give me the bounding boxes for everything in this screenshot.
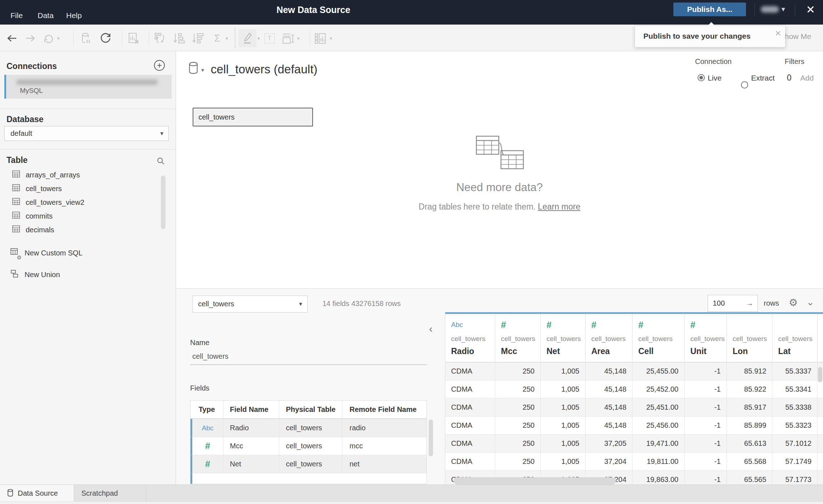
refresh-icon[interactable] xyxy=(99,32,112,45)
grid-row-2[interactable]: CDMA2501,00545,14825,452.00-185.92255.33… xyxy=(445,380,823,399)
menu-file[interactable]: File xyxy=(10,11,23,20)
add-connection-button[interactable]: + xyxy=(154,60,165,71)
grid-cell-area: 45,148 xyxy=(586,380,633,398)
clear-sheet-icon[interactable] xyxy=(127,32,140,45)
grid-header-field-name: Cell xyxy=(638,346,653,356)
sidebar-table-item-decimals[interactable]: decimals xyxy=(0,223,159,237)
preview-table-select[interactable]: cell_towers ▾ xyxy=(193,296,308,313)
grid-cell-net: 1,005 xyxy=(541,399,586,416)
preview-settings-gear-icon[interactable]: ⚙ xyxy=(789,297,798,309)
fields-table-row-Mcc[interactable]: #Mcccell_towersmcc xyxy=(190,437,426,455)
grid-cell-lat: 57.1012 xyxy=(772,435,818,452)
datasource-caret-icon[interactable]: ▾ xyxy=(201,67,204,73)
collapse-preview-chevron-icon[interactable]: ⌄ xyxy=(806,297,814,308)
apply-rows-arrow-icon[interactable]: → xyxy=(746,299,753,307)
datasource-db-icon[interactable] xyxy=(188,62,198,76)
grid-cell-net: 1,005 xyxy=(541,453,586,470)
fields-col-type: Type xyxy=(190,401,223,419)
fit-caret-icon[interactable]: ▾ xyxy=(297,35,300,41)
sidebar-table-item-arrays_of_arrays[interactable]: arrays_of_arrays xyxy=(0,168,159,182)
tab-scratchpad[interactable]: Scratchpad xyxy=(74,485,146,502)
publish-as-button[interactable]: Publish As... xyxy=(673,3,746,16)
relate-tables-illustration-icon xyxy=(475,135,526,171)
grid-vertical-scrollbar[interactable] xyxy=(818,367,822,382)
grid-cell-mcc: 250 xyxy=(495,399,541,416)
undo-icon[interactable] xyxy=(5,32,18,45)
learn-more-link[interactable]: Learn more xyxy=(538,202,580,211)
pause-updates-icon[interactable] xyxy=(80,32,93,45)
grid-row-4[interactable]: CDMA2501,00545,14825,456.00-185.89955.33… xyxy=(445,417,823,435)
window-close-icon[interactable]: ✕ xyxy=(806,4,815,15)
fields-col-physical-table: Physical Table xyxy=(279,401,342,419)
table-search-icon[interactable] xyxy=(156,156,166,167)
grid-header-Lat[interactable]: cell_towersLat xyxy=(772,314,818,362)
grid-row-5[interactable]: CDMA2501,00537,20519,471.00-165.61357.10… xyxy=(445,435,823,453)
type-number-icon: # xyxy=(205,459,210,469)
database-select[interactable]: default ▾ xyxy=(4,126,169,141)
sort-ascending-icon[interactable] xyxy=(172,32,185,45)
grid-cell-radio: CDMA xyxy=(445,362,495,380)
grid-header-Area[interactable]: #cell_towersArea xyxy=(586,314,633,362)
filters-add-link[interactable]: Add xyxy=(800,74,814,82)
collapse-metadata-chevron-icon[interactable]: ‹ xyxy=(429,323,433,334)
sidebar-table-item-cell_towers_view2[interactable]: cell_towers_view2 xyxy=(0,195,159,209)
fit-axes-icon[interactable] xyxy=(282,32,295,45)
new-union-button[interactable]: New Union xyxy=(0,267,159,282)
totals-caret-icon[interactable]: ▾ xyxy=(226,35,228,41)
text-label-icon[interactable]: T xyxy=(263,32,276,45)
redo-icon[interactable] xyxy=(24,32,37,45)
table-node-cell-towers[interactable]: cell_towers xyxy=(193,108,313,126)
live-radio[interactable] xyxy=(698,74,705,81)
grid-header-Radio[interactable]: Abccell_towersRadio xyxy=(445,314,495,362)
fields-table-row-Net[interactable]: #Netcell_towersnet xyxy=(190,455,426,473)
name-value[interactable]: cell_towers xyxy=(192,352,228,361)
tab-data-source[interactable]: Data Source xyxy=(0,485,74,502)
grid-cell-lat: 57.1749 xyxy=(772,453,818,470)
grid-header-Lon[interactable]: cell_towersLon xyxy=(727,314,772,362)
replay-icon[interactable] xyxy=(42,32,55,45)
grid-row-6[interactable]: CDMA2501,00537,20419,811.00-165.56857.17… xyxy=(445,453,823,471)
replay-caret-icon[interactable]: ▾ xyxy=(57,35,60,41)
grid-row-1[interactable]: CDMA2501,00545,14825,455.00-185.91255.33… xyxy=(445,362,823,380)
user-menu-caret-icon[interactable]: ▾ xyxy=(781,5,785,13)
live-radio-label[interactable]: Live xyxy=(708,74,722,82)
grid-header-table-name: cell_towers xyxy=(546,335,581,343)
rows-label: rows xyxy=(764,299,779,307)
fields-table-scrollbar[interactable] xyxy=(429,419,433,456)
grid-header-Net[interactable]: #cell_towersNet xyxy=(541,314,586,362)
extract-radio[interactable] xyxy=(741,81,748,89)
show-cards-icon[interactable] xyxy=(314,32,327,45)
menu-data[interactable]: Data xyxy=(38,11,53,20)
titlebar-separator xyxy=(795,3,795,16)
preview-table-select-value: cell_towers xyxy=(198,300,234,308)
grid-header-table-name: cell_towers xyxy=(591,335,626,343)
grid-header-Unit[interactable]: #cell_towersUnit xyxy=(685,314,727,362)
extract-radio-label[interactable]: Extract xyxy=(751,74,775,82)
grid-header-Cell[interactable]: #cell_towersCell xyxy=(633,314,685,362)
show-cards-caret-icon[interactable]: ▾ xyxy=(330,35,332,41)
connection-item-mysql[interactable]: MySQL xyxy=(4,75,172,99)
menu-help[interactable]: Help xyxy=(66,11,82,20)
swap-rows-columns-icon[interactable] xyxy=(154,32,167,45)
sidebar-table-item-commits[interactable]: commits xyxy=(0,209,159,223)
toolbar-separator xyxy=(235,27,235,48)
table-list-scrollbar[interactable] xyxy=(161,176,166,229)
tooltip-close-icon[interactable]: ✕ xyxy=(775,29,781,38)
grid-row-3[interactable]: CDMA2501,00545,14825,451.00-185.91755.33… xyxy=(445,399,823,417)
totals-icon[interactable]: Σ xyxy=(211,32,224,45)
grid-cell-mcc: 250 xyxy=(495,417,541,434)
grid-header-Mcc[interactable]: #cell_towersMcc xyxy=(495,314,541,362)
table-item-label: decimals xyxy=(26,226,54,234)
fields-table-row-Radio[interactable]: AbcRadiocell_towersradio xyxy=(190,419,426,437)
new-custom-sql-button[interactable]: ⚙ New Custom SQL xyxy=(0,246,159,260)
sidebar-table-item-cell_towers[interactable]: cell_towers xyxy=(0,182,159,195)
highlight-caret-icon[interactable]: ▾ xyxy=(257,35,260,41)
highlight-pen-icon[interactable] xyxy=(241,32,254,45)
grid-cell-unit: -1 xyxy=(685,453,727,470)
grid-cell-lon: 85.899 xyxy=(727,417,772,434)
field-remote-name-cell: radio xyxy=(342,419,426,437)
sort-descending-icon[interactable] xyxy=(191,32,204,45)
fields-metadata-table: Type Field Name Physical Table Remote Fi… xyxy=(190,400,427,484)
grid-horizontal-scrollbar[interactable] xyxy=(454,477,616,484)
row-limit-input[interactable]: 100 → xyxy=(708,295,758,312)
